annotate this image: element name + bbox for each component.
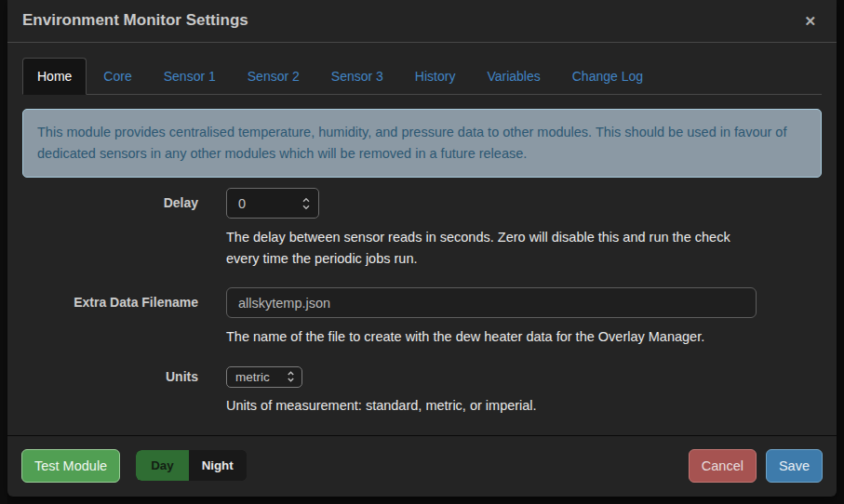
test-module-button[interactable]: Test Module bbox=[21, 449, 120, 483]
delay-help-text: The delay between sensor reads in second… bbox=[226, 227, 755, 269]
tab-change-log[interactable]: Change Log bbox=[557, 58, 658, 95]
delay-form-group: Delay The delay between sensor reads in … bbox=[22, 188, 822, 269]
units-help-text: Units of measurement: standard, metric, … bbox=[226, 395, 755, 416]
modal-header: Environment Monitor Settings ✕ bbox=[7, 0, 837, 43]
tab-core[interactable]: Core bbox=[88, 58, 146, 95]
tab-bar: Home Core Sensor 1 Sensor 2 Sensor 3 His… bbox=[22, 58, 822, 95]
delay-label: Delay bbox=[22, 188, 198, 210]
extra-data-filename-input[interactable] bbox=[226, 287, 757, 318]
night-toggle-button[interactable]: Night bbox=[189, 450, 247, 481]
tab-sensor-2[interactable]: Sensor 2 bbox=[233, 58, 315, 95]
day-night-toggle: Day Night bbox=[136, 450, 247, 481]
filename-label: Extra Data Filename bbox=[22, 287, 198, 310]
environment-monitor-settings-modal: Environment Monitor Settings ✕ Home Core… bbox=[7, 0, 837, 497]
day-toggle-button[interactable]: Day bbox=[136, 450, 188, 481]
page-backdrop bbox=[0, 0, 7, 504]
tab-sensor-3[interactable]: Sensor 3 bbox=[316, 58, 398, 95]
filename-help-text: The name of the file to create with the … bbox=[226, 326, 755, 347]
tab-history[interactable]: History bbox=[400, 58, 471, 95]
units-form-group: Units metric Units of measurement: stand… bbox=[22, 366, 822, 416]
modal-footer: Test Module Day Night Cancel Save bbox=[7, 435, 837, 497]
units-select[interactable]: metric bbox=[226, 366, 302, 388]
tab-home[interactable]: Home bbox=[22, 58, 87, 95]
tab-variables[interactable]: Variables bbox=[472, 58, 555, 95]
modal-body: Home Core Sensor 1 Sensor 2 Sensor 3 His… bbox=[7, 43, 837, 435]
filename-form-group: Extra Data Filename The name of the file… bbox=[22, 287, 822, 347]
modal-title: Environment Monitor Settings bbox=[22, 11, 248, 30]
save-button[interactable]: Save bbox=[766, 449, 823, 483]
units-label: Units bbox=[22, 366, 198, 384]
tab-sensor-1[interactable]: Sensor 1 bbox=[149, 58, 231, 95]
close-icon[interactable]: ✕ bbox=[798, 12, 822, 30]
units-selected-value: metric bbox=[235, 370, 270, 384]
module-info-alert: This module provides centralised tempera… bbox=[22, 109, 822, 178]
select-chevrons-icon bbox=[287, 370, 295, 383]
cancel-button[interactable]: Cancel bbox=[689, 449, 757, 483]
number-stepper-icon[interactable] bbox=[301, 196, 311, 210]
